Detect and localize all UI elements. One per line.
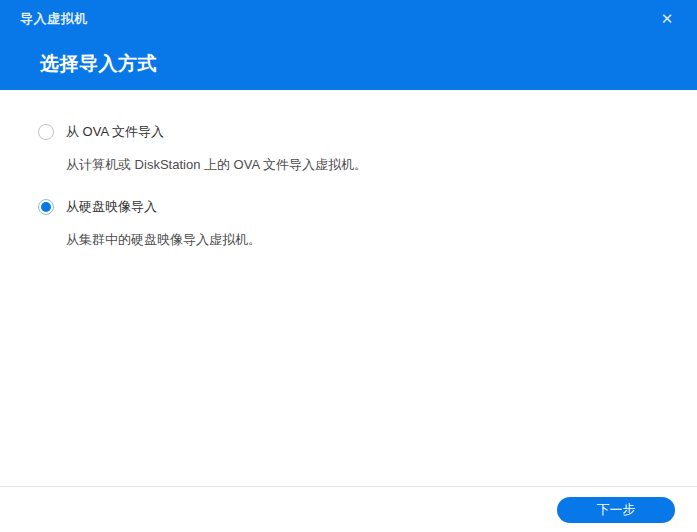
import-vm-dialog: 导入虚拟机 ✕ 选择导入方式 从 OVA 文件导入 从计算机或 DiskStat… <box>0 0 697 532</box>
dialog-body: 从 OVA 文件导入 从计算机或 DiskStation 上的 OVA 文件导入… <box>0 90 697 486</box>
option-label[interactable]: 从硬盘映像导入 <box>66 198 157 216</box>
option-description: 从计算机或 DiskStation 上的 OVA 文件导入虚拟机。 <box>66 156 657 174</box>
option-description: 从集群中的硬盘映像导入虚拟机。 <box>66 231 657 249</box>
next-button[interactable]: 下一步 <box>557 497 675 523</box>
option-label[interactable]: 从 OVA 文件导入 <box>66 123 164 141</box>
window-title: 导入虚拟机 <box>20 10 88 28</box>
option-group-ova: 从 OVA 文件导入 从计算机或 DiskStation 上的 OVA 文件导入… <box>38 123 657 174</box>
option-group-disk-image: 从硬盘映像导入 从集群中的硬盘映像导入虚拟机。 <box>38 198 657 249</box>
radio-option-ova[interactable]: 从 OVA 文件导入 <box>38 123 657 141</box>
dialog-footer: 下一步 <box>0 486 697 532</box>
step-title: 选择导入方式 <box>40 51 157 77</box>
radio-icon[interactable] <box>38 199 54 215</box>
radio-icon[interactable] <box>38 124 54 140</box>
close-icon[interactable]: ✕ <box>657 8 677 28</box>
dialog-header: 导入虚拟机 ✕ 选择导入方式 <box>0 0 697 90</box>
radio-option-disk-image[interactable]: 从硬盘映像导入 <box>38 198 657 216</box>
